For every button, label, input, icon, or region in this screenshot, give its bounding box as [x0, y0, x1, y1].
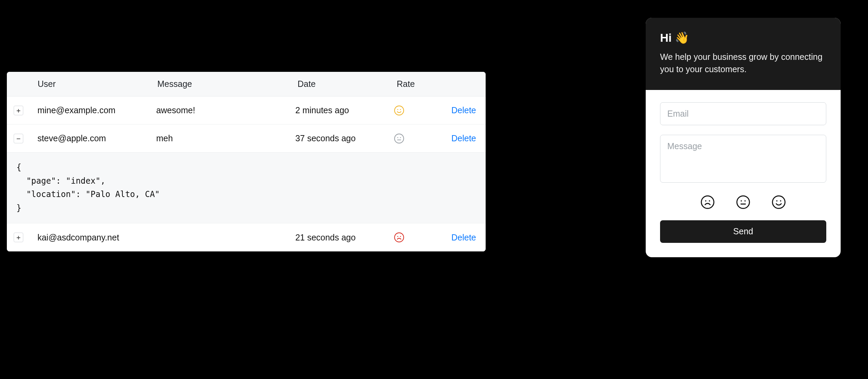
svg-point-12: [709, 200, 710, 201]
svg-point-7: [395, 233, 404, 242]
col-header-date: Date: [298, 79, 397, 89]
delete-link[interactable]: Delete: [451, 133, 476, 143]
table-header-row: User Message Date Rate: [7, 72, 486, 96]
cell-user: mine@example.com: [37, 105, 156, 115]
svg-point-13: [737, 196, 750, 208]
svg-point-17: [773, 196, 785, 208]
svg-point-18: [776, 200, 778, 201]
svg-point-0: [395, 106, 404, 115]
table-row: + mine@example.com awesome! 2 minutes ag…: [7, 96, 486, 125]
feedback-table: User Message Date Rate + mine@example.co…: [7, 72, 486, 251]
expand-toggle[interactable]: +: [14, 106, 23, 115]
feedback-widget: Hi 👋 We help your business grow by conne…: [646, 18, 841, 257]
svg-point-5: [400, 137, 401, 138]
expand-toggle[interactable]: +: [14, 233, 23, 242]
svg-point-14: [741, 200, 742, 201]
widget-subtitle: We help your business grow by connecting…: [660, 51, 826, 76]
email-field[interactable]: [660, 102, 826, 125]
delete-link[interactable]: Delete: [451, 105, 476, 115]
rate-neutral-button[interactable]: [735, 194, 751, 210]
svg-point-10: [701, 196, 714, 208]
col-header-rate: Rate: [397, 79, 455, 89]
send-button[interactable]: Send: [660, 220, 826, 243]
expand-toggle[interactable]: −: [14, 134, 23, 143]
rate-happy-button[interactable]: [771, 194, 787, 210]
cell-message: meh: [156, 133, 295, 143]
widget-header: Hi 👋 We help your business grow by conne…: [646, 18, 841, 90]
frown-icon: [394, 232, 405, 243]
widget-title: Hi 👋: [660, 31, 826, 44]
svg-point-4: [397, 137, 398, 138]
svg-point-19: [780, 200, 781, 201]
svg-point-3: [395, 134, 404, 143]
message-field[interactable]: [660, 135, 826, 183]
svg-point-15: [745, 200, 746, 201]
meh-icon: [394, 133, 405, 144]
cell-user: kai@asdcompany.net: [37, 233, 156, 243]
svg-point-2: [400, 109, 401, 110]
svg-point-1: [397, 109, 398, 110]
col-header-message: Message: [157, 79, 298, 89]
delete-link[interactable]: Delete: [451, 233, 476, 242]
smile-icon: [394, 105, 405, 116]
expanded-row-json: { "page": "index", "location": "Palo Alt…: [7, 153, 486, 223]
table-row: + kai@asdcompany.net 21 seconds ago Dele…: [7, 223, 486, 251]
cell-date: 21 seconds ago: [295, 233, 394, 243]
cell-date: 2 minutes ago: [295, 105, 394, 115]
svg-point-8: [397, 236, 398, 237]
rating-row: [660, 192, 826, 211]
cell-message: awesome!: [156, 105, 295, 115]
svg-point-9: [400, 236, 401, 237]
col-header-user: User: [38, 79, 157, 89]
rate-sad-button[interactable]: [700, 194, 715, 210]
table-row: − steve@apple.com meh 37 seconds ago Del…: [7, 125, 486, 153]
cell-user: steve@apple.com: [37, 133, 156, 143]
cell-date: 37 seconds ago: [295, 133, 394, 143]
svg-point-11: [705, 200, 707, 201]
